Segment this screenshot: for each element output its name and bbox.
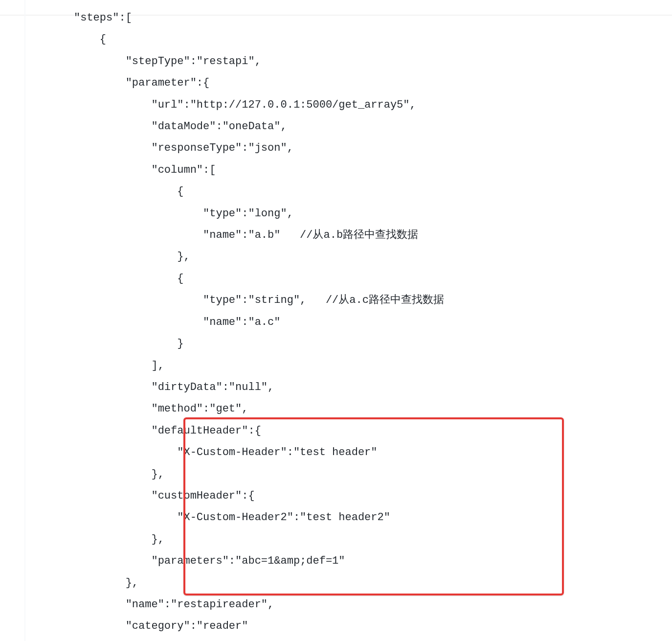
code-gutter [24,0,25,641]
code-text: "steps":[ { "stepType":"restapi", "param… [42,7,657,638]
code-block: "steps":[ { "stepType":"restapi", "param… [42,7,657,638]
page-container: "steps":[ { "stepType":"restapi", "param… [0,0,672,641]
